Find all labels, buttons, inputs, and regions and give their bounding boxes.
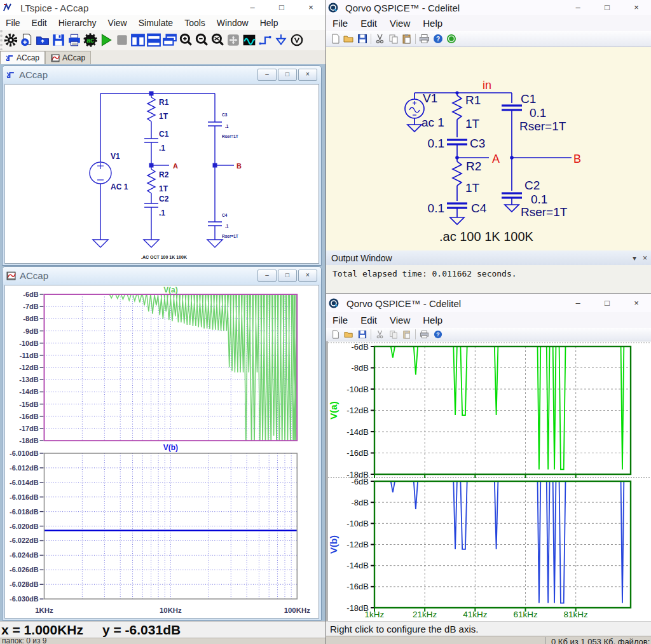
run-icon[interactable] xyxy=(98,32,114,48)
svg-text:-6.016dB: -6.016dB xyxy=(10,493,39,501)
zoom-full-icon[interactable] xyxy=(209,32,225,48)
tile-vertical-icon[interactable] xyxy=(130,32,146,48)
copy-icon[interactable] xyxy=(387,32,400,45)
print-icon[interactable] xyxy=(418,32,431,45)
help-icon[interactable]: ? xyxy=(431,32,444,45)
draw-wire-icon[interactable] xyxy=(257,32,273,48)
window-title: Qorvo QSPICE™ - Cdelitel xyxy=(346,298,461,309)
menu-hierarchy[interactable]: Hierarchy xyxy=(53,18,102,28)
menu-view[interactable]: View xyxy=(383,18,416,29)
zoom-in-icon[interactable] xyxy=(177,32,193,48)
maximize-button[interactable]: □ xyxy=(267,0,296,15)
save-icon[interactable] xyxy=(355,328,369,341)
menu-view[interactable]: View xyxy=(102,18,133,28)
maximize-button[interactable]: □ xyxy=(593,294,622,313)
svg-text:-6dB: -6dB xyxy=(352,342,369,352)
ac-analysis-icon[interactable]: ac xyxy=(82,32,98,48)
c4-designator: C4 xyxy=(471,202,487,215)
svg-text:-6.028dB: -6.028dB xyxy=(10,580,39,588)
spice-directive: .ac 100 1K 100K xyxy=(439,230,534,243)
cascade-windows-icon[interactable] xyxy=(161,32,177,48)
waveform-child-window: ACcap – □ × -6dB-7dB-8dB-9dB-10dB-11dB-1… xyxy=(2,266,322,620)
halt-icon[interactable] xyxy=(114,32,130,48)
menu-window[interactable]: Window xyxy=(211,18,254,28)
output-window-title: Output Window xyxy=(326,253,392,263)
minimize-button[interactable]: – xyxy=(563,0,593,15)
output-window-body[interactable]: Total elapsed time: 0.011662 seconds. xyxy=(326,265,651,294)
copy-icon[interactable] xyxy=(387,328,400,341)
menu-file[interactable]: File xyxy=(326,315,354,325)
ground-icon[interactable] xyxy=(273,32,289,48)
new-document-icon[interactable] xyxy=(329,32,342,45)
qspice-area: Qorvo QSPICE™ - Cdelitel – □ × File Edit… xyxy=(326,0,651,644)
sine-symbol xyxy=(409,107,420,113)
menu-view[interactable]: View xyxy=(383,315,416,325)
open-folder-icon[interactable] xyxy=(34,32,50,48)
menu-simulate[interactable]: Simulate xyxy=(133,18,179,28)
pan-icon[interactable] xyxy=(225,32,241,48)
cut-icon[interactable] xyxy=(373,32,387,45)
tile-horizontal-icon[interactable] xyxy=(146,32,161,48)
child-maximize-button[interactable]: □ xyxy=(278,69,297,81)
print-icon[interactable] xyxy=(418,328,431,341)
child-close-button[interactable]: × xyxy=(298,270,317,282)
toolbar-separator xyxy=(371,34,371,44)
paste-icon[interactable] xyxy=(400,328,413,341)
minimize-button[interactable]: – xyxy=(238,0,267,15)
cut-icon[interactable] xyxy=(373,328,387,341)
tab-schematic-accap[interactable]: ACcap xyxy=(0,51,45,64)
output-collapse-icon[interactable]: ▾ xyxy=(633,254,636,263)
v1-designator: V1 xyxy=(423,92,437,105)
child-minimize-button[interactable]: – xyxy=(257,69,277,81)
new-document-icon[interactable] xyxy=(329,328,342,341)
menu-help[interactable]: Help xyxy=(254,18,284,28)
svg-text:100KHz: 100KHz xyxy=(284,606,310,614)
paste-icon[interactable] xyxy=(400,32,413,45)
c3-value: 0.1 xyxy=(428,137,444,150)
svg-text:V(a): V(a) xyxy=(163,285,178,294)
child-close-button[interactable]: × xyxy=(298,69,317,81)
menu-tools[interactable]: Tools xyxy=(179,18,211,28)
settings-gear-icon[interactable] xyxy=(3,32,18,48)
menu-edit[interactable]: Edit xyxy=(354,18,383,29)
menu-help[interactable]: Help xyxy=(416,18,449,29)
waveform-viewer-icon[interactable] xyxy=(241,32,257,48)
print-icon[interactable] xyxy=(66,32,82,48)
zoom-out-icon[interactable] xyxy=(193,32,209,48)
close-button[interactable]: × xyxy=(622,294,651,313)
child-minimize-button[interactable]: – xyxy=(257,270,277,282)
save-icon[interactable] xyxy=(355,32,369,45)
ltspice-toolbar: ac xyxy=(0,30,328,51)
ltspice-statusbar: x = 1.000KHz y = -6.031dB xyxy=(0,621,326,638)
ltspice-plot-canvas[interactable]: -6dB-7dB-8dB-9dB-10dB-11dB-12dB-13dB-14d… xyxy=(4,285,319,619)
menu-file[interactable]: File xyxy=(326,18,354,29)
ltspice-schematic-canvas[interactable]: V1 AC 1 R1 1T C1 .1 R2 1T C2 .1 C3 xyxy=(4,84,319,264)
run-icon[interactable] xyxy=(444,32,458,45)
maximize-button[interactable]: □ xyxy=(593,0,622,15)
open-folder-icon[interactable] xyxy=(342,32,355,45)
ground-symbol xyxy=(144,240,159,247)
close-button[interactable]: × xyxy=(622,0,651,15)
menu-help[interactable]: Help xyxy=(416,315,449,325)
c4-value: .1 xyxy=(225,224,229,228)
qspice-schematic-canvas[interactable]: V1 ac 1 R1 1T C3 0.1 R2 1T C4 0.1 C1 0.1… xyxy=(326,47,651,250)
menu-file[interactable]: File xyxy=(0,18,26,28)
qspice-plot-canvas[interactable]: -6dB-8dB-10dB-12dB-14dB-16dB-18dBV(a)-6d… xyxy=(326,341,651,621)
save-icon[interactable] xyxy=(50,32,66,48)
help-icon[interactable]: ? xyxy=(431,328,444,341)
output-window-titlebar: Output Window ▾ × xyxy=(326,250,651,266)
menu-edit[interactable]: Edit xyxy=(26,18,53,28)
label-net-icon[interactable] xyxy=(289,32,305,48)
child-maximize-button[interactable]: □ xyxy=(278,270,297,282)
child-window-controls: – □ × xyxy=(257,69,317,81)
output-close-icon[interactable]: × xyxy=(643,254,647,263)
open-folder-icon[interactable] xyxy=(342,328,355,341)
minimize-button[interactable]: – xyxy=(563,294,593,313)
capacitor-c1 xyxy=(144,139,158,165)
tab-waveform-accap[interactable]: ACcap xyxy=(45,51,91,64)
new-schematic-icon[interactable] xyxy=(18,32,34,48)
c1-value: 0.1 xyxy=(530,106,546,120)
menu-edit[interactable]: Edit xyxy=(354,315,383,325)
close-button[interactable]: × xyxy=(296,0,326,15)
qspice-schematic-menubar: File Edit View Help xyxy=(326,15,651,31)
